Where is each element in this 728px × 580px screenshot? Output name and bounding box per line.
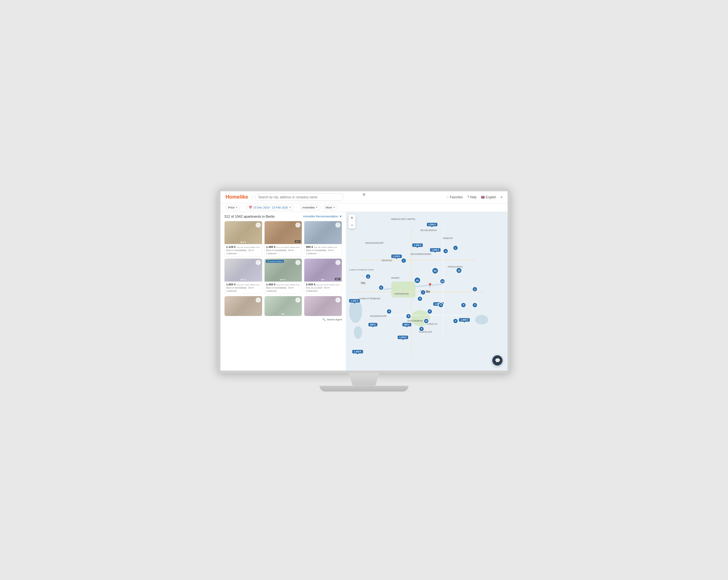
apartment-card-5[interactable]: ♡ ⚡ Instant booking 1.450 € <box>264 258 303 294</box>
menu-action[interactable]: ≡ <box>500 196 502 199</box>
cluster-5a[interactable]: 5 <box>378 285 384 291</box>
favorite-btn-1[interactable]: ♡ <box>256 223 261 228</box>
filter-separator-2: · <box>296 206 297 209</box>
3d-badge-6: 360° <box>335 278 340 280</box>
cluster-1[interactable]: 1 <box>452 245 458 251</box>
apartment-card-3[interactable]: ♡ 990 € avg. per month utilities excl. M… <box>304 221 342 256</box>
apt-details-6: from 21.12.2019 · 90 m² <box>306 286 340 289</box>
cluster-7b[interactable]: 7 <box>420 289 426 295</box>
carousel-dots-4 <box>241 279 246 280</box>
menu-icon: ≡ <box>500 196 502 199</box>
price-filter[interactable]: Price ▼ <box>226 205 240 210</box>
map-label-txl: TXL <box>361 282 366 284</box>
map-label-tiergarten: TIERGARTEN <box>394 293 409 295</box>
apartment-card-6[interactable]: ♡ 360° 2.500 € avg. per month <box>304 258 342 294</box>
apt-price-6: 2.500 € avg. per month utilities excl. <box>306 283 340 286</box>
date-filter[interactable]: 📅 23 Dec 2019 - 23 Feb 2020 ▼ <box>246 205 294 210</box>
price-tag-1490-bot[interactable]: 1.490 € <box>352 350 363 353</box>
carousel-dots-5 <box>281 279 286 280</box>
favorite-btn-2[interactable]: ♡ <box>295 223 301 228</box>
cluster-9c[interactable]: 9 <box>419 326 424 332</box>
favorite-btn-7[interactable]: ♡ <box>256 298 261 303</box>
map-label-charlottenburg: CHARLOTTENBURG <box>359 298 381 300</box>
favorite-btn-3[interactable]: ♡ <box>335 223 340 228</box>
mueggelsee <box>475 315 488 325</box>
map-background: MÄRKISCHES VIERTEL WILHELMSRUH REINICKEN… <box>346 212 508 371</box>
listings-count: 312 of 1042 apartments in Berlin <box>224 215 275 218</box>
logo-accent: like <box>239 194 248 200</box>
price-tag-1300[interactable]: 1.300 € <box>412 244 423 247</box>
cluster-4c[interactable]: 4 <box>427 309 433 314</box>
cluster-4b[interactable]: 4 <box>386 309 392 314</box>
apartment-card-4[interactable]: ♡ 1.800 € avg. per month u <box>224 258 262 294</box>
zoom-in-button[interactable]: + <box>348 215 356 222</box>
road-3 <box>411 228 412 354</box>
price-tag-1400[interactable]: 1.400 € <box>349 299 360 303</box>
favorite-btn-5[interactable]: ♡ <box>295 260 301 265</box>
monitor-webcam <box>363 193 365 196</box>
apartment-card-7[interactable]: ♡ <box>224 296 262 316</box>
apartment-card-8[interactable]: ♡ <box>264 296 303 316</box>
price-tag-1580[interactable]: 1.580 € <box>459 318 469 322</box>
cluster-16[interactable]: 16 <box>456 267 462 274</box>
amenities-filter[interactable]: Amenities ▼ <box>300 205 320 210</box>
apartment-card-9[interactable]: ♡ <box>304 296 342 316</box>
favorites-action[interactable]: ♡ Favorites <box>446 196 463 199</box>
language-label: English <box>486 196 496 199</box>
dot <box>244 279 246 280</box>
map-panel: MÄRKISCHES VIERTEL WILHELMSRUH REINICKEN… <box>346 212 508 371</box>
favorite-btn-8[interactable]: ♡ <box>295 298 301 303</box>
cluster-5b[interactable]: 5 <box>461 302 466 308</box>
cluster-10[interactable]: 10 <box>440 278 445 284</box>
logo[interactable]: Homelike <box>226 194 248 200</box>
apartment-card-1[interactable]: ♡ 1.129 € avg. per month u <box>224 221 262 256</box>
dot <box>282 279 284 280</box>
sort-chevron: ▼ <box>339 215 342 218</box>
cluster-3a[interactable]: 3 <box>472 302 478 308</box>
search-agent-icon: 🔍 <box>322 318 326 321</box>
search-agent-button[interactable]: 🔍 Search Agent <box>224 318 342 321</box>
logo-separator: | <box>252 195 253 199</box>
price-tag-890[interactable]: 890 € <box>368 323 378 326</box>
sort-button[interactable]: Homelike Recommendation ▼ <box>303 215 342 218</box>
language-action[interactable]: 🇬🇧 English <box>481 196 496 199</box>
apt-price-2: 1.490 € avg. per month utilities excl. <box>266 245 301 249</box>
dot <box>241 242 242 243</box>
date-icon: 📅 <box>249 206 252 209</box>
price-tag-1100[interactable]: 1.100 € <box>391 255 402 258</box>
map-location-pin: 📍 <box>427 283 433 288</box>
cluster-2a[interactable]: 2 <box>365 274 371 279</box>
map-controls: + − <box>348 215 356 228</box>
favorite-btn-6[interactable]: ♡ <box>335 260 340 265</box>
zoom-out-button[interactable]: − <box>348 222 356 228</box>
monitor-stand-neck <box>345 373 383 386</box>
3d-badge-2: 360° <box>295 240 301 243</box>
cluster-7a[interactable]: 7 <box>401 258 407 263</box>
cluster-26[interactable]: 26 <box>414 277 421 284</box>
favorite-btn-9[interactable]: ♡ <box>335 298 340 303</box>
heart-icon: ♡ <box>446 196 449 199</box>
apt-details-1: Move in immediately · 25 m² <box>226 249 260 252</box>
price-tag-1050[interactable]: 1.050 € <box>430 248 441 252</box>
cluster-3b[interactable]: 3 <box>452 318 458 324</box>
price-tag-1250[interactable]: 1.250 € <box>398 336 408 339</box>
cluster-4[interactable]: 4 <box>443 248 448 254</box>
map-label-steglitz: STEGLITZ <box>427 323 437 325</box>
price-tag-990[interactable]: 990 € <box>402 323 411 326</box>
search-input[interactable] <box>255 193 344 201</box>
cluster-59[interactable]: 59 <box>432 267 439 274</box>
apt-bedrooms-2: 1 bedroom <box>266 252 301 255</box>
cluster-9a[interactable]: 9 <box>417 296 423 302</box>
logo-home: Home <box>226 194 239 200</box>
cluster-2b[interactable]: 2 <box>472 286 478 292</box>
apartment-card-2[interactable]: ♡ 360° 1.490 € avg. per month utilities … <box>264 221 303 256</box>
help-action[interactable]: ? Help <box>467 196 476 199</box>
map-label-moabit: MOABIT <box>391 277 400 279</box>
apt-details-2: Move in immediately · 48 m² <box>266 249 301 252</box>
apt-price-5: 1.450 € avg. per month utilities excl. <box>266 283 301 286</box>
price-tag-1550[interactable]: 1.550 € <box>427 223 437 226</box>
favorite-btn-4[interactable]: ♡ <box>256 260 261 265</box>
cluster-9b[interactable]: 9 <box>438 302 444 308</box>
more-filter[interactable]: More ▼ <box>323 205 338 210</box>
chat-bubble[interactable]: 💬 <box>492 355 502 365</box>
